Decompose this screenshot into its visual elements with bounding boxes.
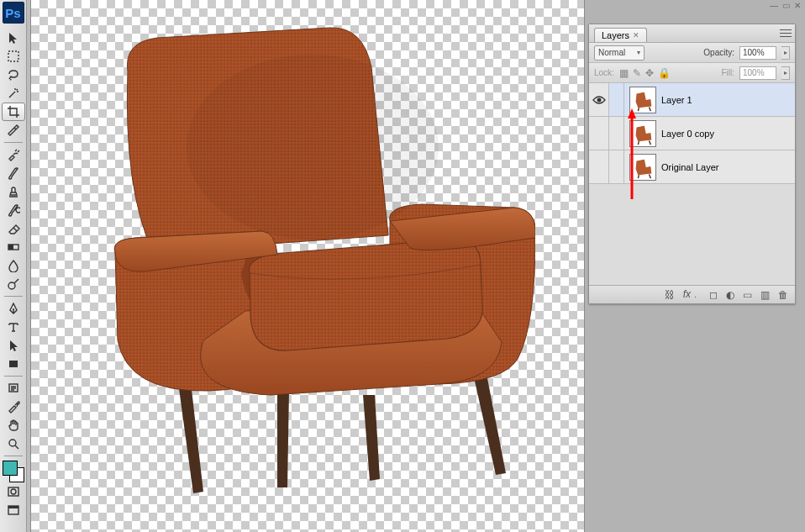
magic-wand-tool[interactable]	[2, 84, 25, 103]
visibility-toggle[interactable]	[589, 150, 609, 183]
visibility-toggle[interactable]	[589, 83, 609, 116]
layer-name-label: Layer 1	[661, 95, 692, 105]
layers-footer: ⛓ fx﹒ ◻ ◐ ▭ ▥ 🗑	[589, 285, 795, 303]
panel-tab-row: Layers ✕	[589, 24, 795, 43]
fill-flyout-icon[interactable]: ▸	[781, 66, 790, 80]
link-layers-icon[interactable]: ⛓	[665, 289, 675, 301]
brush-tool[interactable]	[2, 164, 25, 182]
lock-fill-row: Lock: ▦ ✎ ✥ 🔒 Fill: 100% ▸	[589, 63, 795, 83]
zoom-tool[interactable]	[2, 435, 25, 453]
history-brush-tool[interactable]	[2, 201, 25, 219]
restore-button[interactable]: ▭	[781, 1, 790, 9]
svg-point-7	[9, 440, 16, 446]
tool-strip: Ps	[0, 0, 27, 532]
layers-tab[interactable]: Layers ✕	[594, 28, 647, 42]
lock-icons-group: ▦ ✎ ✥ 🔒	[619, 67, 671, 79]
layer-name-label: Layer 0 copy	[661, 129, 714, 139]
svg-rect-5	[9, 361, 18, 367]
minimize-button[interactable]: —	[770, 1, 778, 9]
new-layer-icon[interactable]: ▥	[760, 289, 770, 301]
opacity-label: Opacity:	[703, 48, 734, 57]
visibility-toggle[interactable]	[589, 117, 609, 150]
opacity-flyout-icon[interactable]: ▸	[781, 46, 790, 60]
lock-transparency-icon[interactable]: ▦	[619, 67, 629, 79]
path-selection-tool[interactable]	[2, 336, 25, 355]
link-column	[609, 117, 624, 150]
layers-list: Layer 1Layer 0 copyOriginal Layer	[589, 83, 795, 285]
blend-mode-select[interactable]: Normal ▾	[594, 45, 645, 61]
layer-name-label: Original Layer	[661, 162, 718, 172]
svg-point-9	[11, 489, 16, 494]
screen-mode-toggle[interactable]	[2, 501, 25, 519]
link-column	[609, 83, 624, 116]
layer-thumbnail[interactable]	[629, 120, 656, 147]
blur-tool[interactable]	[2, 256, 25, 275]
gradient-tool[interactable]	[2, 238, 25, 256]
opacity-input[interactable]: 100%	[739, 46, 776, 60]
lock-all-icon[interactable]: 🔒	[658, 67, 671, 79]
healing-brush-tool[interactable]	[2, 145, 25, 164]
dodge-tool[interactable]	[2, 275, 25, 293]
layer-style-icon[interactable]: fx﹒	[683, 287, 701, 302]
document-canvas[interactable]	[30, 0, 585, 532]
panel-menu-icon[interactable]	[780, 28, 792, 38]
blend-opacity-row: Normal ▾ Opacity: 100% ▸	[589, 43, 795, 63]
svg-rect-2	[8, 245, 13, 250]
svg-point-4	[13, 308, 14, 310]
canvas-area	[27, 0, 585, 532]
eyedropper-tool[interactable]	[2, 398, 25, 416]
layer-mask-icon[interactable]: ◻	[709, 289, 718, 301]
right-panel-region: — ▭ ✕ Layers ✕ Normal ▾ Opacity: 100% ▸ …	[585, 0, 805, 532]
layers-panel: Layers ✕ Normal ▾ Opacity: 100% ▸ Lock: …	[588, 24, 796, 304]
clone-stamp-tool[interactable]	[2, 182, 25, 201]
svg-point-3	[8, 282, 15, 289]
pen-tool[interactable]	[2, 299, 25, 318]
crop-tool[interactable]	[2, 103, 25, 121]
layer-thumbnail[interactable]	[629, 154, 656, 181]
lasso-tool[interactable]	[2, 66, 25, 84]
svg-point-14	[597, 97, 601, 102]
close-button[interactable]: ✕	[793, 1, 802, 9]
move-tool[interactable]	[2, 29, 25, 47]
tool-separator	[4, 142, 23, 143]
window-controls: — ▭ ✕	[770, 1, 802, 9]
tool-separator	[4, 456, 23, 456]
canvas-image-chair	[77, 21, 535, 508]
layer-group-icon[interactable]: ▭	[743, 289, 752, 301]
foreground-color-swatch[interactable]	[3, 461, 18, 476]
notes-tool[interactable]	[2, 379, 25, 398]
hand-tool[interactable]	[2, 416, 25, 435]
color-swatch[interactable]	[3, 461, 24, 482]
quick-mask-toggle[interactable]	[2, 482, 25, 501]
tool-separator	[4, 296, 23, 297]
svg-rect-0	[8, 51, 18, 61]
svg-point-13	[187, 55, 439, 240]
type-tool[interactable]	[2, 318, 25, 336]
layer-row[interactable]: Layer 1	[589, 83, 795, 117]
layer-row[interactable]: Original Layer	[589, 150, 795, 184]
marquee-tool[interactable]	[2, 47, 25, 66]
lock-position-icon[interactable]: ✥	[645, 67, 654, 79]
fill-label: Fill:	[721, 68, 734, 77]
delete-layer-icon[interactable]: 🗑	[778, 289, 788, 301]
rectangle-shape-tool[interactable]	[2, 355, 25, 373]
fill-input[interactable]: 100%	[739, 66, 776, 80]
lock-pixels-icon[interactable]: ✎	[633, 67, 641, 79]
blend-mode-value: Normal	[598, 48, 625, 57]
adjustment-layer-icon[interactable]: ◐	[726, 289, 734, 301]
chevron-down-icon: ▾	[637, 49, 640, 56]
link-column	[609, 150, 624, 183]
lock-label: Lock:	[594, 68, 614, 77]
app-logo: Ps	[3, 2, 24, 24]
tool-separator	[4, 376, 23, 377]
eraser-tool[interactable]	[2, 219, 25, 238]
layer-row[interactable]: Layer 0 copy	[589, 117, 795, 150]
svg-rect-11	[8, 506, 18, 508]
close-tab-icon[interactable]: ✕	[633, 31, 639, 40]
layer-thumbnail[interactable]	[629, 87, 656, 113]
layers-tab-label: Layers	[602, 30, 629, 40]
slice-tool[interactable]	[2, 121, 25, 140]
